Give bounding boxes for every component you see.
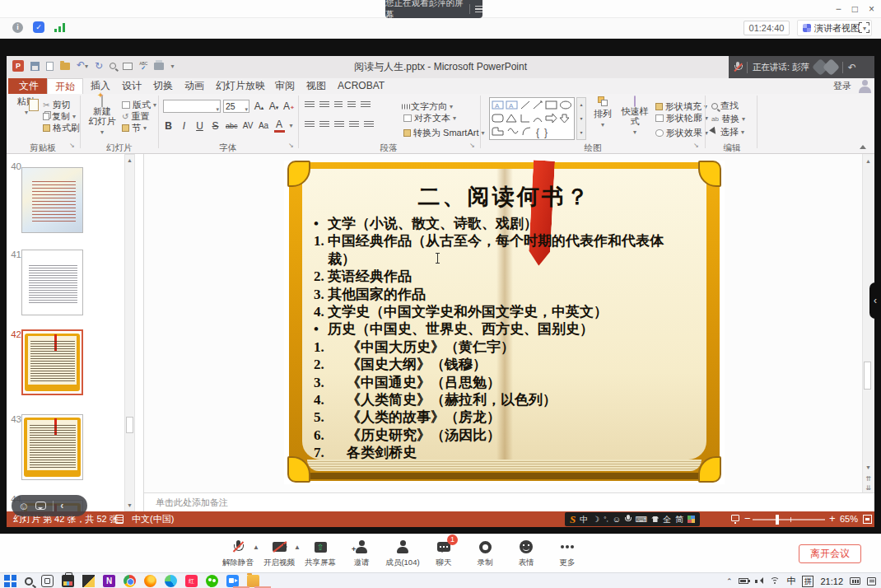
wifi-icon[interactable] — [770, 577, 780, 585]
thumb-scroll-down-icon[interactable]: ▼ — [125, 500, 134, 511]
thumbnail-slide-43[interactable] — [21, 414, 83, 480]
change-case-button[interactable]: Aa — [259, 121, 269, 130]
font-color-button[interactable]: A — [274, 119, 285, 133]
onenote-icon[interactable]: N — [103, 575, 115, 587]
arrange-button[interactable]: 排列 ▾ — [590, 96, 616, 130]
quick-styles-button[interactable]: 快速样式 ▾ — [618, 96, 652, 138]
language-status[interactable]: 中文(中国) — [132, 511, 174, 527]
account-person-icon[interactable] — [858, 79, 871, 93]
chrome-icon[interactable] — [124, 575, 136, 587]
slide-editor-canvas[interactable]: 二、阅读何书？ •文学（小说、散文、诗歌、戏剧） 1.中国经典作品（从古至今，每… — [144, 154, 862, 492]
tray-expand-icon[interactable]: ⌃ — [726, 577, 733, 586]
paragraph-dialog-launcher[interactable]: ↘ — [469, 142, 475, 149]
scroll-thumb[interactable] — [864, 362, 871, 390]
thumbnail-slide-40[interactable] — [21, 167, 83, 233]
chat-button[interactable]: 1 聊天 — [423, 539, 464, 568]
shape-fill-button[interactable]: 形状填充▾ — [655, 101, 707, 112]
thumb-scroll-thumb[interactable] — [126, 417, 133, 433]
more-button[interactable]: 更多 — [547, 539, 588, 568]
notification-center-icon[interactable] — [867, 577, 876, 586]
section-button[interactable]: 节▾ — [122, 123, 147, 133]
drawing-dialog-launcher[interactable]: ↘ — [693, 142, 699, 149]
zoom-in-button[interactable]: + — [829, 511, 836, 527]
collapse-pill-icon[interactable]: ‹ — [60, 500, 63, 511]
tab-acrobat[interactable]: ACROBAT — [330, 78, 392, 94]
record-button[interactable]: 录制 — [464, 539, 506, 568]
print-icon[interactable] — [154, 63, 164, 70]
tab-file[interactable]: 文件 — [8, 78, 49, 94]
ime-full-shape[interactable]: 全 — [663, 514, 671, 525]
main-scrollbar[interactable]: ▲ ▼ ⇈ ⇊ — [862, 154, 874, 492]
font-size-combo[interactable]: 25▾ — [223, 100, 249, 113]
italic-button[interactable]: I — [179, 120, 189, 132]
numbering-button[interactable] — [319, 101, 329, 109]
new-slide-button[interactable]: 新建 幻灯片 ▾ — [86, 96, 119, 138]
undo-icon[interactable]: ↶▾ — [77, 60, 88, 72]
decrease-indent-button[interactable] — [334, 101, 343, 109]
start-video-button[interactable]: ▲ 开启视频 — [259, 539, 300, 568]
character-spacing-button[interactable]: AV — [243, 121, 254, 130]
scroll-down-icon[interactable]: ▼ — [864, 462, 873, 473]
fullscreen-button[interactable] — [859, 22, 869, 33]
share-screen-button[interactable]: ⇧ 共享屏幕 — [300, 539, 341, 568]
paste-dropdown-icon[interactable]: ▾ — [25, 109, 28, 116]
ime-language-indicator[interactable]: 中 — [786, 575, 795, 587]
reset-button[interactable]: ↺重置 — [122, 111, 149, 122]
thumbnail-scrollbar[interactable]: ▲ ▼ — [124, 154, 135, 511]
tab-animations[interactable]: 动画 — [177, 78, 212, 94]
font-dialog-launcher[interactable]: ↘ — [288, 142, 294, 149]
tab-slideshow[interactable]: 幻灯片放映 — [208, 78, 273, 94]
bullets-button[interactable] — [305, 101, 315, 109]
powerpoint-logo-icon[interactable]: P — [12, 60, 24, 72]
slideshow-view-icon[interactable] — [731, 515, 739, 521]
speaker-icon[interactable] — [755, 577, 763, 585]
thumbnail-slide-41[interactable] — [21, 250, 83, 315]
meeting-quick-bar[interactable]: ☺ ‹ — [12, 495, 87, 516]
shadow-button[interactable]: S — [210, 120, 221, 132]
microsoft-store-icon[interactable] — [62, 575, 74, 587]
clipboard-dialog-launcher[interactable]: ↘ — [69, 142, 75, 149]
cut-button[interactable]: ✂剪切 — [43, 100, 70, 110]
invite-button[interactable]: + 邀请 — [341, 539, 382, 568]
grow-font-button[interactable]: A▴ — [254, 100, 264, 112]
leave-meeting-button[interactable]: 离开会议 — [799, 544, 861, 563]
zoom-out-button[interactable]: − — [744, 511, 751, 527]
reaction-emoji-icon[interactable]: ☺ — [18, 501, 29, 511]
font-name-combo[interactable]: ▾ — [163, 100, 221, 113]
collapse-ribbon-icon[interactable] — [860, 142, 866, 149]
unmute-button[interactable]: ▲ 解除静音 — [217, 539, 259, 568]
thumbnail-slide-42-selected[interactable] — [21, 329, 83, 395]
align-left-button[interactable] — [305, 121, 315, 128]
security-shield-icon[interactable]: ✓ — [33, 21, 44, 33]
minimize-button[interactable]: − — [836, 3, 841, 15]
font-color-dropdown-icon[interactable]: ▾ — [290, 122, 293, 129]
meeting-info-icon[interactable]: i — [12, 22, 23, 33]
restore-button[interactable]: □ — [852, 3, 858, 15]
side-panel-expand-tab[interactable]: ‹ — [869, 282, 881, 319]
spellcheck-status-icon[interactable] — [115, 515, 124, 524]
tab-transitions[interactable]: 切换 — [146, 78, 180, 94]
ime-emoji-icon[interactable]: ☺ — [613, 515, 621, 524]
edge-icon[interactable] — [165, 575, 177, 587]
sogou-logo-icon[interactable]: S — [570, 513, 576, 526]
search-icon[interactable] — [25, 577, 33, 586]
align-right-button[interactable] — [334, 121, 344, 128]
customize-qat-icon[interactable]: ▾ — [170, 63, 174, 70]
smartart-button[interactable]: 转换为 SmartArt▾ — [403, 128, 484, 138]
reactions-button[interactable]: 表情 — [506, 539, 547, 568]
sogou-ime-bar[interactable]: S 中 ☽ °, ☺ ⌨ 全 简 — [565, 512, 700, 526]
touch-keyboard-icon[interactable] — [850, 577, 860, 585]
increase-indent-button[interactable] — [347, 101, 356, 109]
fit-slide-to-window-icon[interactable] — [863, 515, 872, 524]
justify-button[interactable] — [349, 121, 359, 128]
ime-moon-icon[interactable]: ☽ — [592, 515, 599, 524]
collapse-overlay-icon[interactable]: ↶ — [848, 62, 856, 73]
print-preview-icon[interactable] — [110, 63, 116, 69]
zoom-slider[interactable] — [753, 519, 825, 520]
strikethrough-button[interactable]: abc — [226, 122, 238, 130]
align-center-button[interactable] — [319, 121, 329, 128]
ime-toolbox-icon[interactable] — [688, 516, 695, 523]
notes-pane[interactable]: 单击此处添加备注 — [144, 492, 874, 511]
zoom-level[interactable]: 65% — [840, 511, 858, 527]
shape-outline-button[interactable]: 形状轮廓▾ — [655, 113, 708, 124]
